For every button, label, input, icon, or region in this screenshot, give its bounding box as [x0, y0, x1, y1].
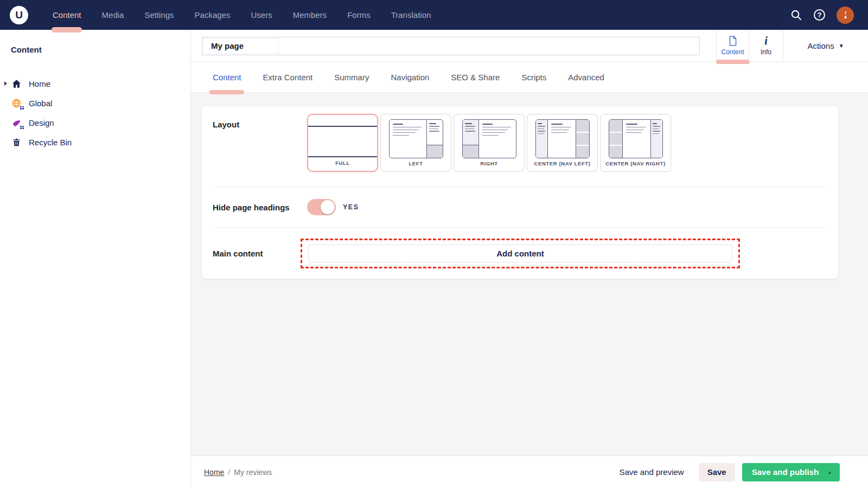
layout-option-right[interactable]: RIGHT [454, 114, 525, 172]
status-dots-badge [20, 106, 24, 110]
tree-item-label: Home [29, 79, 50, 88]
layout-center-nav-left-thumbnail [535, 119, 590, 158]
layout-option-center-nav-left[interactable]: CENTER (NAV LEFT) [527, 114, 598, 172]
breadcrumb-current: My reviews [234, 468, 272, 477]
tree-item-recycle-bin[interactable]: Recycle Bin [0, 132, 190, 152]
avatar[interactable] [837, 7, 854, 24]
breadcrumb: Home / My reviews [204, 468, 272, 477]
tab-advanced[interactable]: Advanced [568, 62, 604, 92]
status-dots-badge [20, 126, 24, 129]
nav-item-forms[interactable]: Forms [337, 0, 381, 30]
umbraco-logo-icon[interactable]: U [10, 6, 28, 24]
document-icon [729, 36, 737, 46]
layout-label: Layout [213, 114, 307, 172]
content-tabstrip: Content Extra Content Summary Navigation… [191, 62, 868, 93]
tree-item-label: Global [29, 99, 52, 108]
layout-center-nav-right-thumbnail [609, 119, 663, 158]
tab-scripts[interactable]: Scripts [521, 62, 546, 92]
footer-actions: Save and preview Save Save and publish ▲ [619, 463, 840, 481]
trash-icon [11, 137, 22, 147]
actions-dropdown[interactable]: Actions ▼ [783, 30, 868, 62]
tab-extra-content[interactable]: Extra Content [263, 62, 313, 92]
tree-item-global[interactable]: Global [0, 93, 190, 113]
layout-option-full[interactable]: FULL [307, 114, 378, 172]
hide-headings-toggle[interactable] [307, 199, 336, 215]
nav-item-media[interactable]: Media [92, 0, 135, 30]
nav-item-label: Content [53, 10, 81, 20]
add-content-button[interactable]: Add content [308, 245, 732, 262]
hide-headings-label: Hide page headings [213, 203, 307, 212]
nav-item-users[interactable]: Users [240, 0, 282, 30]
expand-caret-icon[interactable] [4, 81, 7, 86]
layout-option-center-nav-right[interactable]: CENTER (NAV RIGHT) [600, 114, 671, 172]
nav-item-settings[interactable]: Settings [134, 0, 184, 30]
top-navbar: U Content Media Settings Packages Users … [0, 0, 868, 30]
content-tree-sidebar: Content Home Global [0, 30, 191, 488]
tree-item-home[interactable]: Home [0, 74, 190, 93]
breadcrumb-separator: / [228, 468, 230, 477]
active-tab-underline [209, 90, 244, 94]
tree-item-design[interactable]: Design [0, 113, 190, 132]
tree-item-label: Recycle Bin [29, 138, 72, 147]
chevron-down-icon: ▼ [839, 43, 844, 49]
editor-workspace: My page Content i Info Actions ▼ Conte [191, 30, 868, 488]
page-title-input[interactable]: My page [202, 37, 700, 55]
layout-options: FULL [307, 114, 671, 172]
main-content-property-row: Main content Add content [213, 227, 827, 279]
nav-item-translation[interactable]: Translation [381, 0, 442, 30]
help-icon[interactable]: ? [814, 9, 825, 21]
layout-option-left[interactable]: LEFT [380, 114, 451, 172]
save-button[interactable]: Save [699, 463, 735, 481]
content-tree: Home Global [0, 74, 190, 152]
tab-seo-share[interactable]: SEO & Share [451, 62, 500, 92]
editor-footer: Home / My reviews Save and preview Save … [191, 455, 868, 488]
properties-card: Layout FULL [202, 106, 838, 279]
save-and-preview-button[interactable]: Save and preview [619, 467, 684, 477]
nav-item-content[interactable]: Content [42, 0, 92, 30]
layout-property-row: Layout FULL [213, 106, 827, 187]
sidebar-section-title: Content [0, 30, 190, 54]
top-nav-items: Content Media Settings Packages Users Me… [42, 0, 441, 30]
save-and-publish-button[interactable]: Save and publish ▲ [742, 463, 840, 481]
highlight-annotation-box: Add content [301, 239, 740, 268]
chevron-up-icon[interactable]: ▲ [827, 470, 832, 475]
search-icon[interactable] [790, 9, 802, 21]
layout-left-thumbnail [389, 119, 443, 158]
topnav-right: ? [790, 7, 854, 24]
tab-summary[interactable]: Summary [334, 62, 369, 92]
page-title-value: My page [203, 38, 279, 54]
home-icon [11, 78, 22, 89]
content-app-tab[interactable]: Content [716, 30, 749, 62]
toggle-knob [321, 200, 335, 214]
tree-item-label: Design [29, 118, 54, 127]
main-content-label: Main content [213, 249, 307, 258]
nav-item-packages[interactable]: Packages [184, 0, 241, 30]
toggle-value: YES [343, 203, 359, 211]
editor-header: My page Content i Info Actions ▼ [191, 30, 868, 62]
tab-navigation[interactable]: Navigation [391, 62, 429, 92]
breadcrumb-home-link[interactable]: Home [204, 468, 224, 477]
tab-content[interactable]: Content [213, 62, 241, 92]
nav-item-members[interactable]: Members [283, 0, 337, 30]
active-nav-underline [52, 27, 82, 33]
layout-right-thumbnail [462, 119, 516, 158]
info-icon: i [764, 36, 768, 46]
editor-body: Layout FULL [191, 93, 868, 455]
hide-headings-property-row: Hide page headings YES [213, 187, 827, 227]
active-app-underline [716, 60, 750, 64]
design-icon [11, 117, 22, 128]
globe-icon [11, 98, 22, 108]
info-app-tab[interactable]: i Info [749, 30, 783, 62]
